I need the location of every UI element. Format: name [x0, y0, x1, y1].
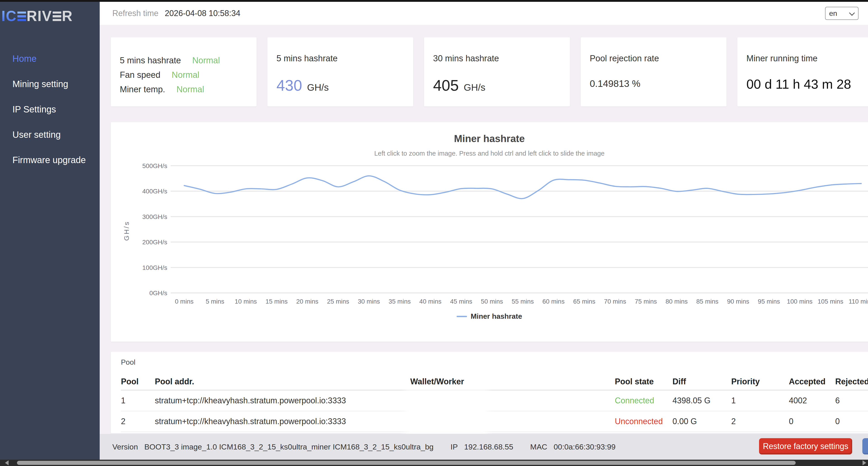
- mac-label: MAC: [530, 442, 548, 451]
- cell-diff: 4398.05 G: [673, 396, 731, 405]
- pool-rejection-card: Pool rejection rate 0.149813 %: [581, 37, 726, 106]
- svg-text:15 mins: 15 mins: [266, 298, 287, 305]
- cell-priority: 2: [731, 417, 789, 426]
- pool-table: PoolPool addr.Wallet/WorkerPool stateDif…: [111, 373, 868, 432]
- card-label: 30 mins hashrate: [433, 54, 561, 63]
- cell-state: Unconnected: [615, 417, 673, 426]
- scrollbar-thumb[interactable]: [17, 461, 796, 465]
- legend-label: Miner hashrate: [471, 312, 522, 321]
- language-select-value: en: [826, 9, 837, 18]
- cell-accepted: 4002: [789, 396, 835, 405]
- hashrate-30m-value: 405: [433, 77, 459, 94]
- chart-legend[interactable]: Miner hashrate: [111, 312, 868, 321]
- svg-text:55 mins: 55 mins: [512, 298, 534, 305]
- cell-addr: stratum+tcp://kheavyhash.stratum.powerpo…: [155, 396, 410, 405]
- card-label: Miner running time: [746, 54, 868, 63]
- svg-text:GH/s: GH/s: [123, 221, 130, 241]
- svg-text:100 mins: 100 mins: [787, 298, 813, 305]
- svg-text:300GH/s: 300GH/s: [143, 213, 167, 220]
- status-value: Normal: [177, 85, 204, 94]
- cell-pool: 2: [121, 417, 155, 426]
- svg-text:75 mins: 75 mins: [635, 298, 657, 305]
- status-value: Normal: [192, 56, 220, 65]
- status-card: 5 mins hashrateNormal Fan speedNormal Mi…: [111, 37, 256, 106]
- version-value: BOOT3_3 image_1.0 ICM168_3_2_15_ks0ultra…: [144, 442, 434, 451]
- sidebar: ICRIVR HomeMining settingIP SettingsUser…: [0, 2, 100, 460]
- cell-rejected: 6: [835, 396, 868, 405]
- cell-pool: 1: [121, 396, 155, 405]
- column-header-pool-addr-: Pool addr.: [155, 377, 410, 386]
- status-label: 5 mins hashrate: [120, 56, 181, 65]
- logo-e-bars: [18, 11, 26, 21]
- svg-text:200GH/s: 200GH/s: [143, 239, 167, 246]
- refresh-time-value: 2026-04-08 10:58:34: [165, 8, 240, 18]
- mac-value: 00:0a:66:30:93:99: [554, 442, 616, 451]
- sidebar-item-ip-settings[interactable]: IP Settings: [0, 96, 100, 122]
- column-header-rejected: Rejected: [835, 377, 868, 386]
- card-label: 5 mins hashrate: [276, 54, 404, 63]
- svg-text:70 mins: 70 mins: [604, 298, 626, 305]
- scroll-right-arrow-icon[interactable]: [863, 460, 866, 465]
- svg-text:65 mins: 65 mins: [573, 298, 595, 305]
- svg-text:400GH/s: 400GH/s: [143, 188, 167, 195]
- svg-text:95 mins: 95 mins: [758, 298, 780, 305]
- ip-label: IP: [451, 442, 458, 451]
- iceriver-logo: ICRIVR: [0, 2, 100, 24]
- column-header-pool: Pool: [121, 377, 155, 386]
- svg-text:100GH/s: 100GH/s: [143, 264, 167, 271]
- sidebar-item-home[interactable]: Home: [0, 46, 100, 71]
- hashrate-unit: GH/s: [464, 82, 485, 93]
- svg-text:5 mins: 5 mins: [206, 298, 224, 305]
- card-label: Pool rejection rate: [590, 54, 717, 63]
- horizontal-scrollbar[interactable]: [0, 460, 868, 466]
- column-header-diff: Diff: [673, 377, 731, 386]
- status-label: Miner temp.: [120, 85, 165, 94]
- running-time-card: Miner running time 00 d 11 h 43 m 28: [737, 37, 868, 106]
- status-value: Normal: [172, 70, 199, 80]
- reboot-button[interactable]: R: [862, 438, 868, 455]
- svg-text:60 mins: 60 mins: [542, 298, 565, 305]
- svg-text:40 mins: 40 mins: [419, 298, 441, 305]
- cell-state: Connected: [615, 396, 673, 405]
- sidebar-item-user-setting[interactable]: User setting: [0, 122, 100, 147]
- header-bar: Refresh time 2026-04-08 10:58:34 en: [100, 2, 868, 25]
- svg-text:110 mins: 110 mins: [848, 298, 868, 305]
- status-row-hashrate: 5 mins hashrateNormal: [120, 53, 248, 68]
- refresh-time-label: Refresh time: [112, 8, 158, 18]
- svg-text:0 mins: 0 mins: [175, 298, 193, 305]
- language-select[interactable]: en: [825, 7, 859, 20]
- svg-text:35 mins: 35 mins: [389, 298, 411, 305]
- pool-table-row-1: 1stratum+tcp://kheavyhash.stratum.powerp…: [121, 390, 868, 411]
- main-content: 5 mins hashrateNormal Fan speedNormal Mi…: [100, 25, 868, 434]
- stat-cards-row: 5 mins hashrateNormal Fan speedNormal Mi…: [111, 37, 868, 106]
- cell-addr: stratum+tcp://kheavyhash.stratum.powerpo…: [155, 417, 410, 426]
- pool-rejection-value: 0.149813 %: [590, 78, 717, 89]
- column-header-priority: Priority: [731, 377, 789, 386]
- legend-line-marker: [457, 316, 467, 317]
- sidebar-menu: HomeMining settingIP SettingsUser settin…: [0, 46, 100, 173]
- svg-text:85 mins: 85 mins: [696, 298, 718, 305]
- svg-text:500GH/s: 500GH/s: [143, 163, 167, 169]
- ip-value: 192.168.68.55: [464, 442, 513, 451]
- hashrate-chart-plot[interactable]: 0GH/s100GH/s200GH/s300GH/s400GH/s500GH/s…: [111, 122, 868, 342]
- column-header-pool-state: Pool state: [615, 377, 673, 386]
- cell-rejected: 0: [835, 417, 868, 426]
- hashrate-unit: GH/s: [307, 82, 329, 93]
- svg-text:90 mins: 90 mins: [727, 298, 749, 305]
- hashrate-30m-card: 30 mins hashrate 405 GH/s: [424, 37, 570, 106]
- svg-text:30 mins: 30 mins: [358, 298, 380, 305]
- svg-text:45 mins: 45 mins: [450, 298, 472, 305]
- pool-table-row-2: 2stratum+tcp://kheavyhash.stratum.powerp…: [121, 411, 868, 432]
- footer-bar: Version BOOT3_3 image_1.0 ICM168_3_2_15_…: [100, 434, 868, 460]
- restore-factory-settings-button[interactable]: Restore factory settings: [759, 438, 852, 455]
- scroll-left-arrow-icon[interactable]: [5, 460, 8, 465]
- cell-diff: 0.00 G: [673, 417, 731, 426]
- running-time-value: 00 d 11 h 43 m 28: [746, 77, 868, 92]
- chevron-down-icon: [849, 10, 855, 16]
- status-row-temp: Miner temp.Normal: [120, 82, 248, 96]
- sidebar-item-firmware-upgrade[interactable]: Firmware upgrade: [0, 147, 100, 173]
- column-header-wallet-worker: Wallet/Worker: [410, 377, 615, 386]
- sidebar-item-mining-setting[interactable]: Mining setting: [0, 71, 100, 96]
- hashrate-5m-value: 430: [276, 77, 302, 94]
- pool-panel: Pool PoolPool addr.Wallet/WorkerPool sta…: [111, 352, 868, 433]
